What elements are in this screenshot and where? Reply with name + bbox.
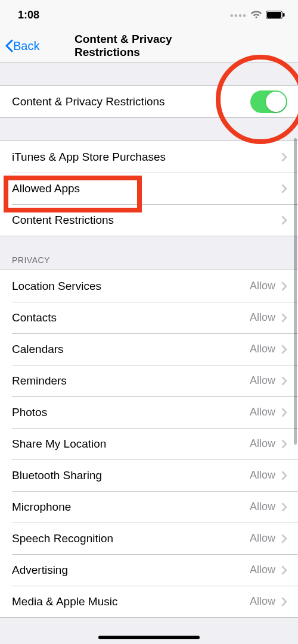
chevron-right-icon bbox=[281, 439, 287, 449]
toggle-knob bbox=[266, 92, 286, 112]
row-label: Bluetooth Sharing bbox=[12, 469, 102, 482]
list-item[interactable]: Location ServicesAllow bbox=[0, 270, 298, 302]
list-item[interactable]: Content Restrictions bbox=[0, 204, 298, 236]
list-item[interactable]: CalendarsAllow bbox=[0, 333, 298, 365]
chevron-right-icon bbox=[281, 345, 287, 354]
row-label: Location Services bbox=[12, 280, 101, 293]
row-value: Allow bbox=[250, 280, 275, 292]
chevron-right-icon bbox=[281, 282, 287, 291]
status-bar: 1:08 ●●●● bbox=[0, 0, 298, 30]
list-item[interactable]: RemindersAllow bbox=[0, 365, 298, 396]
wifi-icon bbox=[250, 11, 262, 19]
chevron-right-icon bbox=[281, 565, 287, 575]
list-item[interactable]: Bluetooth SharingAllow bbox=[0, 459, 298, 491]
row-value: Allow bbox=[250, 343, 275, 355]
row-label: Content & Privacy Restrictions bbox=[12, 95, 165, 108]
row-value: Allow bbox=[250, 501, 275, 513]
row-value: Allow bbox=[250, 564, 275, 576]
status-time: 1:08 bbox=[18, 9, 39, 21]
row-value: Allow bbox=[250, 595, 275, 608]
row-label: iTunes & App Store Purchases bbox=[12, 151, 166, 164]
status-icons: ●●●● bbox=[230, 11, 285, 19]
list-item[interactable]: Speech RecognitionAllow bbox=[0, 523, 298, 554]
list-item[interactable]: Media & Apple MusicAllow bbox=[0, 586, 298, 617]
row-label: Photos bbox=[12, 406, 47, 419]
row-label: Content Restrictions bbox=[12, 214, 114, 227]
cellular-dots-icon: ●●●● bbox=[230, 12, 247, 18]
list-item[interactable]: PhotosAllow bbox=[0, 396, 298, 428]
content-privacy-toggle[interactable] bbox=[250, 90, 287, 113]
chevron-right-icon bbox=[281, 152, 287, 162]
row-value: Allow bbox=[250, 437, 275, 450]
row-label: Media & Apple Music bbox=[12, 595, 117, 608]
row-label: Microphone bbox=[12, 501, 71, 514]
list-item[interactable]: Allowed Apps bbox=[0, 173, 298, 204]
back-button[interactable]: Back bbox=[0, 39, 39, 53]
list-item[interactable]: iTunes & App Store Purchases bbox=[0, 141, 298, 173]
svg-rect-2 bbox=[283, 13, 285, 17]
row-value: Allow bbox=[250, 469, 275, 482]
group-master-toggle: Content & Privacy Restrictions bbox=[0, 85, 298, 118]
page-title: Content & Privacy Restrictions bbox=[74, 33, 224, 59]
chevron-right-icon bbox=[281, 408, 287, 417]
svg-rect-1 bbox=[267, 12, 281, 18]
chevron-right-icon bbox=[281, 184, 287, 193]
home-indicator[interactable] bbox=[98, 636, 200, 639]
list-item[interactable]: Share My LocationAllow bbox=[0, 428, 298, 459]
row-label: Advertising bbox=[12, 564, 68, 577]
chevron-left-icon bbox=[5, 39, 13, 52]
chevron-right-icon bbox=[281, 534, 287, 543]
chevron-right-icon bbox=[281, 502, 287, 512]
chevron-right-icon bbox=[281, 313, 287, 323]
privacy-header: Privacy bbox=[0, 236, 298, 270]
nav-bar: Back Content & Privacy Restrictions bbox=[0, 30, 298, 62]
list-item[interactable]: MicrophoneAllow bbox=[0, 491, 298, 523]
list-item[interactable]: ContactsAllow bbox=[0, 302, 298, 333]
row-value: Allow bbox=[250, 311, 275, 324]
battery-icon bbox=[266, 11, 285, 19]
row-label: Speech Recognition bbox=[12, 532, 113, 545]
row-label: Reminders bbox=[12, 374, 67, 387]
group-privacy: Location ServicesAllowContactsAllowCalen… bbox=[0, 270, 298, 618]
group-restrictions: iTunes & App Store PurchasesAllowed Apps… bbox=[0, 140, 298, 236]
row-value: Allow bbox=[250, 374, 275, 387]
back-label: Back bbox=[13, 39, 39, 53]
row-value: Allow bbox=[250, 532, 275, 545]
chevron-right-icon bbox=[281, 376, 287, 386]
list-item[interactable]: AdvertisingAllow bbox=[0, 554, 298, 586]
row-label: Allowed Apps bbox=[12, 182, 80, 195]
row-value: Allow bbox=[250, 406, 275, 418]
chevron-right-icon bbox=[281, 471, 287, 480]
chevron-right-icon bbox=[281, 215, 287, 225]
chevron-right-icon bbox=[281, 597, 287, 607]
row-label: Contacts bbox=[12, 311, 57, 324]
row-label: Share My Location bbox=[12, 437, 106, 451]
row-content-privacy-restrictions: Content & Privacy Restrictions bbox=[0, 86, 298, 117]
row-label: Calendars bbox=[12, 343, 64, 356]
scrollbar[interactable] bbox=[294, 138, 297, 445]
